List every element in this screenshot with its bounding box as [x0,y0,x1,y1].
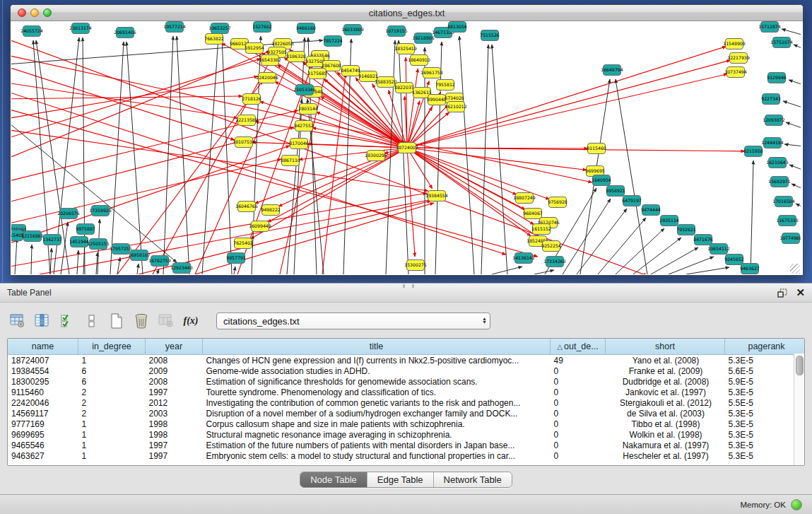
graph-node[interactable]: 10737494 [724,67,747,78]
graph-node[interactable]: 17359928 [89,206,112,216]
graph-node[interactable]: 9227343 [761,94,781,105]
graph-node[interactable]: 1451944 [69,237,89,247]
close-panel-icon[interactable]: ✕ [796,288,805,298]
graph-node[interactable]: 15751074 [770,37,793,48]
function-builder-icon[interactable]: f(x) [182,313,200,329]
graph-node[interactable]: 8427552 [294,121,314,132]
graph-node[interactable]: 16648794 [601,65,623,76]
graph-node[interactable]: 16046766 [235,201,258,212]
graph-node[interactable]: 15692971 [768,177,791,187]
table-row[interactable]: 946362711997Embryonic stem cells: a mode… [8,450,805,461]
graph-node[interactable]: 20206576 [57,209,80,219]
graph-node[interactable]: 1527602 [252,22,272,33]
graph-node[interactable]: 3175685 [307,69,327,79]
citation-network-graph[interactable]: 1872400718300295966012859129541822605893… [11,21,801,274]
table-row[interactable]: 969969511998Structural magnetic resonanc… [8,429,805,440]
graph-node[interactable]: 7625402 [233,238,253,249]
tab-node-table[interactable]: Node Table [300,472,367,487]
graph-node[interactable]: 2803144 [298,104,318,115]
trash-icon[interactable] [132,313,151,329]
scrollbar-thumb[interactable] [796,356,804,375]
graph-node[interactable]: 15883520 [375,77,397,88]
table-row[interactable]: 1830029562008Estimation of significance … [8,376,805,387]
graph-node[interactable]: 7515526 [480,30,500,41]
graph-node[interactable]: 12217939 [727,53,750,64]
resize-grip-icon[interactable] [790,264,800,274]
graph-node[interactable]: 7663822 [204,34,224,45]
zoom-window-icon[interactable] [43,8,52,17]
minimize-window-icon[interactable] [30,8,39,17]
table-row[interactable]: 1456911722003Disruption of a novel membe… [8,408,805,419]
graph-node[interactable]: 12213589 [235,115,258,126]
select-rows-icon[interactable] [58,313,76,329]
graph-node[interactable]: 8471676 [693,235,713,245]
graph-node[interactable]: 17016504 [772,197,795,207]
graph-node[interactable]: 18640910 [408,55,430,66]
tab-edge-table[interactable]: Edge Table [367,472,433,487]
graph-node[interactable]: 9498222 [261,205,281,216]
network-window[interactable]: citations_edges.txt 18724007183002959660… [10,4,804,276]
graph-node[interactable]: 7955812 [435,80,455,90]
graph-node[interactable]: 12093872 [763,115,785,126]
table-row[interactable]: 977716911998Corpus callosum shape and si… [8,419,805,429]
column-header-title[interactable]: title [203,339,551,355]
graph-node[interactable]: 8170046 [289,139,309,149]
column-header-name[interactable]: name [8,339,78,355]
graph-node[interactable]: 12505155 [87,239,110,250]
memory-ok-icon[interactable] [791,499,802,510]
graph-node[interactable]: 8867110 [281,156,300,166]
graph-node[interactable]: 10774966 [779,233,801,244]
table-row[interactable]: 946554611997Estimation of the future num… [8,440,805,450]
graph-node[interactable]: 10654112 [707,244,730,255]
graph-node[interactable]: 8466160 [296,23,316,34]
graph-node[interactable]: 9115460 [587,144,606,154]
graph-node[interactable]: 8958921 [606,186,625,197]
new-file-icon[interactable] [107,313,126,329]
graph-node[interactable]: 12156869 [21,231,44,242]
table-scrollbar[interactable] [794,354,804,465]
graph-node[interactable]: 11548908 [723,39,746,49]
graph-node[interactable]: 18300295 [365,151,387,161]
graph-node[interactable]: 18807249 [513,193,536,204]
graph-node[interactable]: 2718126 [242,94,261,105]
graph-node[interactable]: 6479197 [622,196,642,206]
graph-node[interactable]: 16210212 [445,102,467,112]
column-header-pagerank[interactable]: pagerank [725,339,806,355]
graph-node[interactable]: 1615152 [531,224,551,235]
graph-node[interactable]: 16543382 [259,55,281,66]
table-row[interactable]: 911546021997Tourette syndrome. Phenomeno… [8,387,805,397]
graph-node[interactable]: 1640954 [592,175,611,186]
graph-node[interactable]: 17334268 [543,257,566,267]
table-settings-icon[interactable] [8,313,27,329]
graph-node[interactable]: 23013174 [69,23,92,34]
graph-node[interactable]: 9857791 [226,253,246,264]
graph-node[interactable]: 16210643 [766,158,789,168]
graph-node[interactable]: 24055724 [20,26,43,37]
graph-node[interactable]: 12923448 [170,263,193,274]
table-source-dropdown[interactable]: citations_edges.txt ▲▼ [216,313,490,329]
graph-node[interactable]: 15300275 [404,260,427,271]
graph-node[interactable]: 14136141 [512,253,535,264]
graph-node[interactable]: 7857224 [323,36,343,47]
graph-node[interactable]: 18724007 [396,143,418,153]
row-height-icon[interactable] [83,313,101,329]
graph-node[interactable]: 11675338 [776,216,799,226]
panel-drag-handle[interactable] [403,284,414,288]
graph-node[interactable]: 20691406 [114,28,136,38]
table-row[interactable]: 1872400712008Changes of HCN gene express… [8,355,805,366]
graph-node[interactable]: 1342737 [42,235,62,245]
window-titlebar[interactable]: citations_edges.txt [11,5,803,21]
graph-node[interactable]: 21053346 [293,85,316,95]
column-header-out_de[interactable]: △out_de... [551,339,606,355]
graph-node[interactable]: 16099449 [249,221,271,232]
show-column-icon[interactable] [33,313,52,329]
graph-node[interactable]: 12444194 [761,138,784,148]
graph-node[interactable]: 18107534 [233,137,255,148]
column-header-year[interactable]: year [146,339,203,355]
column-header-short[interactable]: short [606,339,725,355]
column-header-in_degree[interactable]: in_degree [78,339,146,355]
table-row[interactable]: 2242004622012Investigating the contribut… [8,397,805,408]
graph-node[interactable]: 16033809 [341,25,364,35]
graph-node[interactable]: 9756928 [548,197,567,208]
graph-node[interactable]: 19218906 [412,33,435,44]
